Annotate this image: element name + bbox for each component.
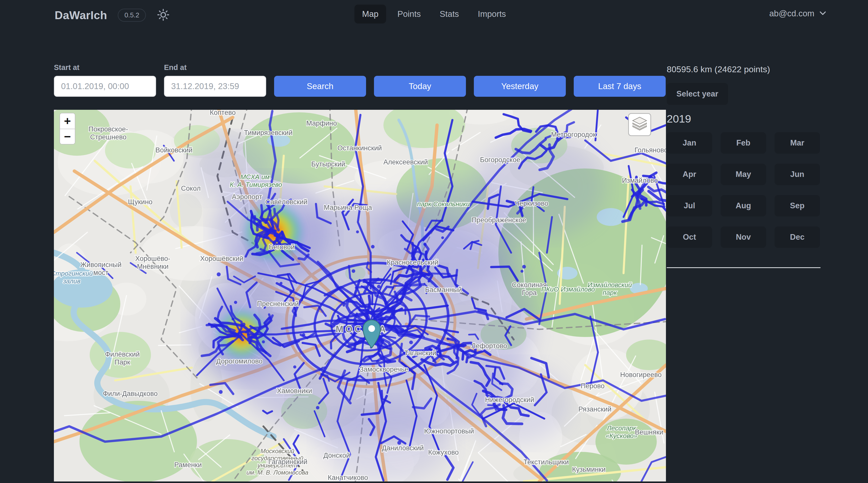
main-nav: Map Points Stats Imports [354,5,514,24]
version-badge: 0.5.2 [118,9,146,22]
svg-text:Пресненский: Пресненский [257,300,299,308]
month-button-oct[interactable]: Oct [667,226,712,248]
svg-text:Лесопарк«Кусково»: Лесопарк«Кусково» [606,424,637,440]
end-date-input[interactable] [164,76,266,97]
svg-text:Коптево: Коптево [210,110,236,117]
svg-text:Южнопортовый: Южнопортовый [424,427,474,435]
svg-text:Метрогородок: Метрогородок [551,131,596,138]
svg-text:Алексеевский: Алексеевский [383,158,428,166]
map-canvas: КоптевоМарфиноПокровское-СтрешневоТимиря… [54,110,666,481]
svg-text:Гагаринский: Гагаринский [269,458,308,465]
svg-text:Таганский: Таганский [404,349,436,357]
svg-text:ПКиО Измайлово: ПКиО Измайлово [541,285,595,293]
month-button-aug[interactable]: Aug [721,195,766,217]
svg-text:Фили-Давыдково: Фили-Давыдково [103,390,158,397]
svg-text:Покровское-Стрешнево: Покровское-Стрешнево [89,125,128,141]
start-date-input[interactable] [54,76,156,97]
svg-text:Рязанский: Рязанский [578,406,612,413]
map-layers-control[interactable] [628,113,651,136]
nav-tab-map[interactable]: Map [354,5,386,24]
month-grid: Jan Feb Mar Apr May Jun Jul Aug Sep Oct … [667,132,820,248]
svg-text:Басманный: Басманный [425,286,462,294]
last-7-days-button[interactable]: Last 7 days [574,76,666,97]
svg-text:Преображенское: Преображенское [471,216,526,224]
zoom-in-button[interactable]: + [60,114,75,129]
layers-icon [631,116,648,133]
svg-text:Марьина Роща: Марьина Роща [324,204,372,212]
account-menu[interactable]: ab@cd.com [769,9,827,19]
sidebar: 80595.6 km (24622 points) Select year 20… [667,64,820,268]
svg-text:Сокол: Сокол [181,185,201,192]
month-button-feb[interactable]: Feb [721,132,766,154]
account-email: ab@cd.com [769,9,814,19]
svg-text:Перово: Перово [581,382,604,390]
app-header: DaWarIch 0.5.2 Map Points Stats Imports … [0,0,868,33]
nav-tab-imports[interactable]: Imports [470,5,514,24]
svg-text:Замоскворечье: Замоскворечье [360,365,408,373]
svg-text:Савёловский: Савёловский [266,198,308,206]
search-button[interactable]: Search [274,76,366,97]
sidebar-divider [667,267,820,268]
svg-text:Донской: Донской [323,452,350,459]
svg-text:Лефортово: Лефортово [471,342,507,350]
month-button-jan[interactable]: Jan [667,132,712,154]
month-button-apr[interactable]: Apr [667,164,712,185]
svg-text:Дорогомилово: Дорогомилово [216,357,262,365]
svg-text:Кожухово: Кожухово [428,449,459,456]
month-button-dec[interactable]: Dec [775,226,820,248]
svg-text:Вешняки: Вешняки [635,428,663,436]
year-heading: 2019 [667,112,820,125]
svg-text:Аэропорт: Аэропорт [232,193,262,201]
svg-text:Кузьминки: Кузьминки [572,465,606,473]
svg-text:Красносельский: Красносельский [387,259,438,266]
svg-text:Канатчиково: Канатчиково [328,474,368,481]
svg-text:Богородское: Богородское [480,156,520,164]
zoom-out-button[interactable]: − [60,129,75,144]
map-container[interactable]: КоптевоМарфиноПокровское-СтрешневоТимиря… [54,110,666,481]
month-button-jul[interactable]: Jul [667,195,712,217]
nav-tab-stats[interactable]: Stats [432,5,466,24]
map-zoom-control: + − [60,113,75,144]
svg-text:Даниловский: Даниловский [382,444,424,452]
theme-toggle-button[interactable] [157,8,170,22]
svg-text:парк Сокольники: парк Сокольники [417,200,470,208]
svg-text:Хорошёвский: Хорошёвский [200,255,243,262]
svg-text:Черкизово: Черкизово [515,200,548,207]
svg-text:Тимирязевский: Тимирязевский [244,129,292,136]
svg-text:Хорошёво-Мнёвники: Хорошёво-Мнёвники [135,255,170,270]
select-year-button[interactable]: Select year [667,83,728,105]
chevron-down-icon [818,9,827,19]
svg-text:Измайлово: Измайлово [622,176,658,184]
svg-text:Гольяново: Гольяново [634,146,666,154]
svg-text:Бутырский: Бутырский [311,160,345,168]
sun-icon [157,8,170,22]
month-button-mar[interactable]: Mar [775,132,820,154]
start-at-label: Start at [54,63,156,72]
filter-bar: Start at End at Search Today Yesterday L… [54,63,666,97]
app-logo: DaWarIch [55,9,107,22]
svg-text:Войковский: Войковский [156,146,193,154]
svg-text:Текстильщики: Текстильщики [523,458,569,466]
month-button-nov[interactable]: Nov [721,226,766,248]
month-button-sep[interactable]: Sep [775,195,820,217]
svg-text:Беговой: Беговой [269,243,294,251]
end-at-label: End at [164,63,266,72]
month-button-jun[interactable]: Jun [775,164,820,185]
month-button-may[interactable]: May [721,164,766,185]
svg-text:Нижегородский: Нижегородский [485,396,534,404]
today-button[interactable]: Today [374,76,466,97]
yesterday-button[interactable]: Yesterday [474,76,566,97]
distance-summary: 80595.6 km (24622 points) [667,64,820,74]
brand: DaWarIch 0.5.2 [55,8,170,22]
svg-text:Новогиреево: Новогиреево [620,371,662,379]
nav-tab-points[interactable]: Points [390,5,429,24]
svg-text:Останкинский: Останкинский [337,144,382,152]
svg-text:Хамовники: Хамовники [277,387,312,395]
svg-text:Марфино: Марфино [306,120,337,127]
svg-text:Щукино: Щукино [128,198,153,206]
svg-text:Раменки: Раменки [174,461,202,469]
